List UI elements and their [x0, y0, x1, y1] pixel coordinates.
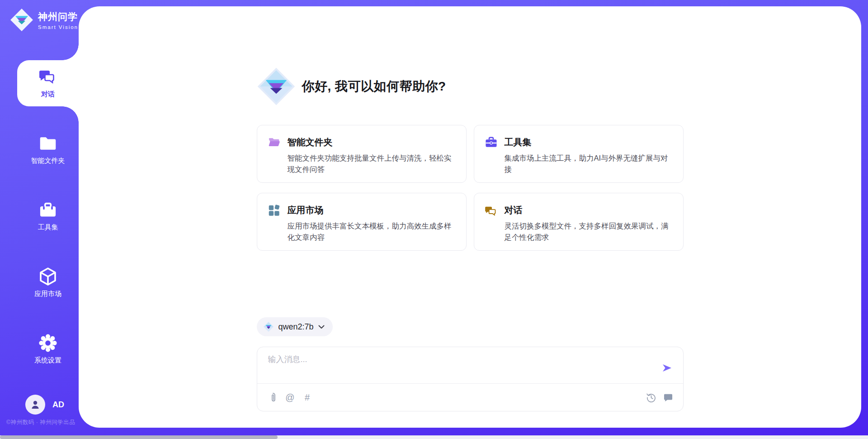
composer-tools: @ #	[268, 384, 312, 411]
card-app-market[interactable]: 应用市场 应用市场提供丰富长文本模板，助力高效生成多样化文章内容	[257, 193, 467, 251]
feature-cards: 智能文件夹 智能文件夹功能支持批量文件上传与清洗，轻松实现文件问答 工具集	[257, 125, 684, 251]
sidebar-item-label: 系统设置	[34, 356, 61, 365]
sidebar-item-label: 智能文件夹	[31, 157, 65, 165]
user-account[interactable]: AD	[25, 395, 64, 415]
person-icon	[30, 399, 41, 410]
app-subtitle: Smart Vision	[38, 24, 78, 30]
composer-divider	[257, 383, 683, 384]
card-title: 智能文件夹	[288, 136, 333, 148]
open-folder-icon	[268, 136, 280, 148]
greeting-diamond-logo-icon	[257, 67, 296, 106]
model-name: qwen2:7b	[278, 322, 314, 332]
sidebar-item-smart-folder[interactable]: 智能文件夹	[17, 127, 79, 173]
card-title: 工具集	[505, 136, 532, 148]
copyright-footer: ©神州数码 · 神州问学出品	[6, 419, 88, 426]
message-input[interactable]	[268, 354, 643, 380]
paperclip-icon[interactable]	[268, 392, 278, 402]
hash-icon[interactable]: #	[302, 392, 312, 402]
greeting-block: 你好, 我可以如何帮助你?	[257, 67, 684, 106]
sidebar-item-toolset[interactable]: 工具集	[17, 193, 79, 239]
gear-icon	[39, 334, 57, 352]
card-smart-folder[interactable]: 智能文件夹 智能文件夹功能支持批量文件上传与清洗，轻松实现文件问答	[257, 125, 467, 183]
brand-diamond-logo-icon	[10, 8, 33, 32]
card-toolset[interactable]: 工具集 集成市场上主流工具，助力AI与外界无缝扩展与对接	[474, 125, 684, 183]
model-logo-icon	[263, 321, 274, 332]
composer-actions	[646, 384, 673, 411]
card-title: 应用市场	[288, 204, 324, 216]
card-description: 灵活切换多模型文件，支持多样回复效果调试，满足个性化需求	[505, 220, 672, 243]
sidebar: 神州问学 Smart Vision 对话 智能文件夹	[0, 0, 79, 439]
sidebar-item-label: 对话	[41, 90, 55, 99]
message-bubble-icon[interactable]	[663, 392, 673, 402]
sidebar-item-label: 应用市场	[34, 290, 61, 298]
user-initials: AD	[52, 400, 64, 410]
brand: 神州问学 Smart Vision	[10, 8, 78, 32]
chat-bubbles-icon	[39, 68, 57, 86]
briefcase-icon	[39, 201, 57, 219]
horizontal-scrollbar-thumb[interactable]	[0, 435, 278, 439]
card-description: 智能文件夹功能支持批量文件上传与清洗，轻松实现文件问答	[288, 153, 455, 175]
history-clock-icon[interactable]	[646, 392, 656, 402]
card-description: 应用市场提供丰富长文本模板，助力高效生成多样化文章内容	[288, 220, 455, 243]
cube-icon	[39, 267, 57, 286]
message-composer: @ #	[257, 347, 684, 411]
main-content: 你好, 我可以如何帮助你? 智能文件夹 智能文件夹功能支持批量文件上传与清洗，轻…	[79, 6, 861, 428]
briefcase-icon	[485, 136, 497, 148]
at-icon[interactable]: @	[285, 392, 295, 402]
card-description: 集成市场上主流工具，助力AI与外界无缝扩展与对接	[505, 153, 672, 175]
sidebar-item-app-market[interactable]: 应用市场	[17, 260, 79, 306]
send-arrow-icon	[661, 363, 672, 373]
card-chat[interactable]: 对话 灵活切换多模型文件，支持多样回复效果调试，满足个性化需求	[474, 193, 684, 251]
model-selector[interactable]: qwen2:7b	[257, 317, 333, 336]
chevron-down-icon	[318, 325, 325, 329]
avatar	[25, 395, 45, 415]
brand-text: 神州问学 Smart Vision	[38, 10, 78, 30]
greeting-text: 你好, 我可以如何帮助你?	[302, 78, 446, 95]
sidebar-item-chat[interactable]: 对话	[17, 60, 79, 106]
sidebar-item-settings[interactable]: 系统设置	[17, 326, 79, 372]
sidebar-item-label: 工具集	[38, 223, 58, 232]
horizontal-scrollbar[interactable]	[0, 435, 868, 439]
folder-icon	[39, 134, 57, 153]
send-button[interactable]	[660, 362, 673, 374]
app-title: 神州问学	[38, 10, 78, 23]
app-grid-icon	[268, 204, 280, 216]
card-title: 对话	[505, 204, 523, 216]
chat-bubbles-icon	[485, 204, 497, 216]
